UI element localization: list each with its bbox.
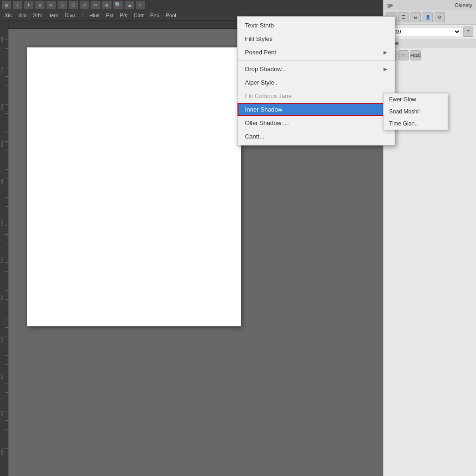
panel-tab-fixpb[interactable]: Fixpß [410, 50, 421, 60]
menu-cantt[interactable]: Cantt... [238, 130, 395, 143]
menu-l[interactable]: l [79, 12, 85, 19]
menu-ps[interactable]: P/s [117, 12, 130, 19]
panel-tab-icon-2[interactable]: ◻ [398, 50, 409, 60]
menu-filt-colnous-label: Filt Colnous Jane [245, 93, 291, 99]
panel-dropdown-area: n210 ? [383, 25, 476, 39]
menu-item[interactable]: Item [46, 12, 61, 19]
menu-posed-pent-label: Posed Pent [245, 49, 276, 56]
toolbar-icon-8[interactable]: P [80, 1, 89, 9]
menu-alper-style[interactable]: Alper Style.. [238, 76, 395, 89]
panel-label-ge: ge [387, 2, 393, 8]
submenu-panel: Ewer Glow Soad Moshil Time Glon.. [383, 93, 448, 130]
menu-corr[interactable]: Corr [131, 12, 146, 19]
toolbar-icon-6[interactable]: ▽ [58, 1, 67, 9]
menu-textr-stntb-label: Textr Stntb [245, 22, 274, 29]
toolbar-icon-2[interactable]: T [13, 1, 22, 9]
left-ruler: D0R D0E D0H D0Q D0P D0B D05 D06 D07 D08 … [0, 20, 8, 476]
submenu-soad-moshil[interactable]: Soad Moshil [383, 106, 448, 118]
menu-oller-shadow[interactable]: Oller Shadow:.... [238, 116, 395, 130]
menu-ext[interactable]: Ext [103, 12, 116, 19]
menu-cantt-label: Cantt... [245, 133, 264, 140]
panel-icon-settings[interactable]: ⚙ [435, 12, 445, 22]
panel-label-oionety: Oionety [455, 2, 472, 8]
menu-drop-shadow-label: Drop Shadow... [245, 66, 286, 73]
panel-dropdown-btn[interactable]: ? [463, 26, 473, 37]
menu-filit-styles-label: Filit Styles [245, 35, 272, 42]
panel-select-n210[interactable]: n210 [386, 27, 461, 36]
menu-hlus[interactable]: Hlus [86, 12, 102, 19]
toolbar-icon-4[interactable]: B [35, 1, 45, 9]
menu-textr-stntb[interactable]: Textr Stntb [238, 19, 395, 32]
panel-icon-user[interactable]: 👤 [423, 12, 433, 22]
menu-oller-shadow-label: Oller Shadow:.... [245, 119, 290, 126]
toolbar-icon-10[interactable]: ⊕ [102, 1, 112, 9]
menu-inner-shadow-label: Inner Shadow [245, 106, 282, 113]
toolbar-icon-9[interactable]: ✂ [91, 1, 100, 9]
right-panel: ge Oionety ⊞ ☰ ⊟ 👤 ⚙ n210 ? Taps ⊞ ◻ Fix… [383, 0, 476, 476]
dropdown-menu: Textr Stntb Filit Styles Posed Pent ▶ Dr… [237, 16, 395, 145]
menu-filit-styles[interactable]: Filit Styles [238, 32, 395, 46]
toolbar-icon-5[interactable]: ✏ [46, 1, 56, 9]
menu-drop-shadow[interactable]: Drop Shadow... ▶ [238, 62, 395, 76]
menu-stbl[interactable]: Stbl [30, 12, 45, 19]
menu-inner-shadow[interactable]: Inner Shadow ▶ [238, 103, 395, 116]
toolbar-icon-7[interactable]: ⬡ [69, 1, 78, 9]
submenu-ewer-glow[interactable]: Ewer Glow [383, 93, 448, 106]
drop-shadow-arrow: ▶ [383, 66, 387, 72]
submenu-time-glon[interactable]: Time Glon.. [383, 118, 448, 130]
panel-icon-list[interactable]: ☰ [398, 12, 409, 22]
menu-xic[interactable]: Xic [2, 12, 14, 19]
menu-divu[interactable]: Divu [62, 12, 78, 19]
separator-1 [238, 60, 395, 61]
menu-posed-pent[interactable]: Posed Pent ▶ [238, 46, 395, 59]
canvas-page [27, 47, 241, 326]
panel-icons: ⊞ ☰ ⊟ 👤 ⚙ [383, 10, 476, 25]
toolbar-icon-3[interactable]: ✦ [24, 1, 33, 9]
posed-pent-arrow: ▶ [383, 50, 387, 55]
menu-ibio[interactable]: Ibio [15, 12, 29, 19]
menu-pool[interactable]: Pool [163, 12, 179, 19]
right-panel-header: ge Oionety [383, 0, 476, 10]
menu-enu[interactable]: Enu [147, 12, 162, 19]
toolbar-icon-13[interactable]: ? [136, 1, 145, 9]
panel-icon-view[interactable]: ⊟ [410, 12, 421, 22]
toolbar-icon-1[interactable]: ⊞ [2, 1, 11, 9]
toolbar-icon-11[interactable]: 🔍 [113, 1, 123, 9]
menu-alper-style-label: Alper Style.. [245, 79, 278, 86]
menu-filt-colnous[interactable]: Filt Colnous Jane [238, 89, 395, 103]
panel-section-taps: Taps [383, 39, 476, 48]
toolbar-icon-12[interactable]: ☁ [125, 1, 134, 9]
